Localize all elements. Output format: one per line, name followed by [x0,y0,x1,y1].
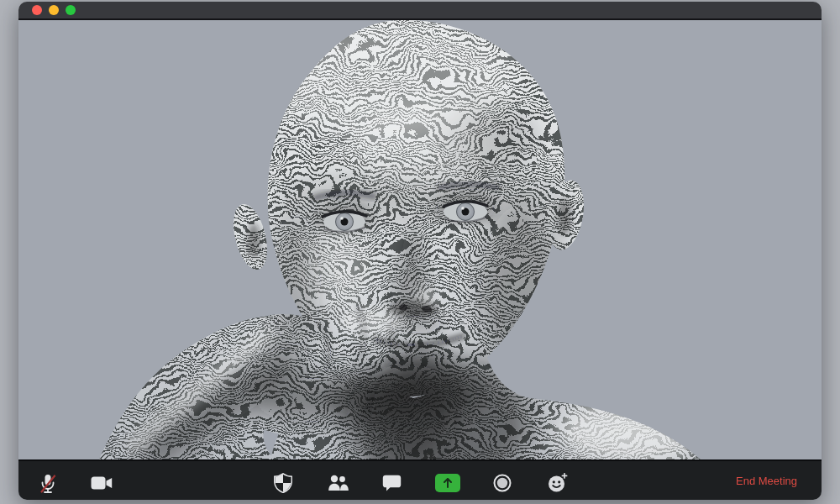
share-screen-button[interactable] [431,466,465,500]
meeting-window: End Meeting [18,2,822,500]
end-meeting-button[interactable]: End Meeting [731,461,802,500]
share-screen-icon [441,476,454,490]
shield-icon [274,473,292,493]
zoom-window-button[interactable] [66,5,76,15]
chat-button[interactable] [375,466,408,500]
vignette [18,20,822,459]
participants-button[interactable] [322,466,355,500]
participants-icon [328,475,349,491]
record-icon [492,473,512,493]
desktop: End Meeting [0,0,840,504]
participant-video [18,20,822,459]
microphone-muted-icon [38,472,58,495]
reactions-icon [548,473,568,493]
titlebar [18,2,822,20]
mute-button[interactable] [31,466,65,500]
security-button[interactable] [266,466,300,500]
meeting-toolbar: End Meeting [18,459,822,500]
minimize-window-button[interactable] [49,5,59,15]
record-button[interactable] [486,466,519,500]
share-screen-pill [435,474,460,492]
video-figure [18,20,822,459]
close-window-button[interactable] [32,5,42,15]
reactions-button[interactable] [541,466,575,500]
video-camera-icon [91,475,113,491]
chat-bubble-icon [382,475,402,491]
start-video-button[interactable] [85,466,118,500]
